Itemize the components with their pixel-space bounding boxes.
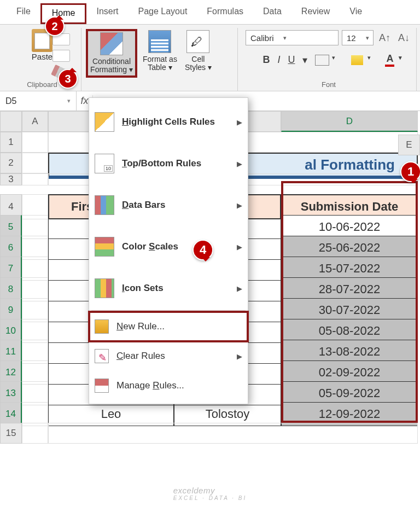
row-15[interactable]: 15 — [0, 423, 22, 444]
cell-A2[interactable] — [22, 153, 48, 173]
clipboard-mini-buttons — [52, 33, 70, 62]
highlight-cells-icon — [95, 112, 114, 132]
cs-label2: Styles ▾ — [185, 63, 212, 72]
chevron-right-icon: ▶ — [237, 201, 242, 210]
font-name-combo[interactable]: Calibri — [246, 30, 339, 45]
clipboard-label: Clipboard — [27, 79, 57, 91]
callout-2: 2 — [45, 16, 65, 36]
color-scales-icon — [95, 237, 114, 257]
chevron-right-icon: ▶ — [237, 243, 242, 251]
bold-button[interactable]: B — [262, 54, 270, 66]
clear-rules-icon — [95, 349, 109, 363]
font-group-label: Font — [246, 79, 412, 91]
cell-A1[interactable] — [22, 132, 48, 153]
format-as-table-button[interactable]: Format as Table ▾ — [141, 29, 179, 73]
chevron-right-icon: ▶ — [237, 160, 242, 168]
data-bars-icon — [95, 195, 114, 215]
callout-4: 4 — [192, 240, 213, 260]
new-rule-icon — [95, 319, 109, 334]
tab-formulas[interactable]: Formulas — [197, 3, 253, 24]
select-all-corner[interactable] — [0, 111, 22, 132]
fill-color-button[interactable] — [351, 55, 363, 65]
increase-font-icon[interactable]: A↑ — [377, 32, 393, 44]
cell-styles-button[interactable]: Cell Styles ▾ — [183, 29, 214, 73]
cf-label2: Formatting ▾ — [90, 66, 133, 74]
underline-button[interactable]: U — [288, 54, 295, 66]
manage-rules-item[interactable]: Manage Rules... — [89, 371, 248, 400]
cell-B15[interactable] — [48, 423, 418, 444]
italic-button[interactable]: I — [277, 54, 280, 66]
tab-data[interactable]: Data — [253, 3, 291, 24]
copy-icon[interactable] — [52, 50, 70, 62]
format-as-table-icon — [148, 30, 171, 53]
watermark: exceldemy EXCEL · DATA · BI — [173, 486, 247, 501]
tab-review[interactable]: Review — [291, 3, 340, 24]
row-2[interactable]: 2 — [0, 153, 22, 173]
fat-label2: Table ▾ — [148, 63, 172, 72]
tab-view[interactable]: Vie — [340, 3, 372, 24]
tab-pagelayout[interactable]: Page Layout — [128, 3, 197, 24]
callout-1: 1 — [400, 161, 420, 182]
cell-A15[interactable] — [22, 423, 48, 444]
icon-sets-item[interactable]: Icon Sets ▶ — [89, 267, 248, 309]
manage-rules-icon — [95, 379, 109, 393]
data-bars-item[interactable]: Data Bars ▶ — [89, 184, 248, 226]
font-size-combo[interactable]: 12 — [342, 30, 374, 45]
chevron-right-icon: ▶ — [237, 284, 242, 293]
chevron-right-icon: ▶ — [237, 118, 242, 126]
font-color-button[interactable]: A — [385, 53, 394, 67]
conditional-formatting-dropdown: Highlight Cells Rules ▶ Top/Bottom Rules… — [89, 97, 248, 404]
decrease-font-icon[interactable]: A↓ — [396, 32, 412, 44]
highlight-cells-rules-item[interactable]: Highlight Cells Rules ▶ — [89, 101, 248, 143]
tab-file[interactable]: File — [7, 3, 40, 24]
group-styles: Conditional Formatting ▾ Format as Table… — [81, 28, 238, 91]
group-font: Calibri 12 A↑ A↓ B I U ▾ A Font — [238, 28, 417, 91]
icon-sets-icon — [95, 278, 114, 298]
borders-button[interactable] — [315, 55, 329, 66]
col-D[interactable]: D — [281, 111, 418, 132]
paste-label: Paste — [32, 52, 52, 61]
top-bottom-icon — [95, 154, 114, 173]
clear-rules-item[interactable]: Clear Rules ▶ — [89, 341, 248, 371]
conditional-formatting-button[interactable]: Conditional Formatting ▾ — [86, 29, 137, 78]
name-box[interactable]: D5 — [0, 91, 77, 110]
col-E[interactable]: E — [398, 135, 420, 155]
col-A[interactable]: A — [22, 111, 48, 132]
cs-label1: Cell — [191, 55, 205, 63]
chevron-right-icon: ▶ — [237, 352, 242, 360]
row-3[interactable]: 3 — [0, 173, 22, 185]
color-scales-item[interactable]: Color Scales ▶ — [89, 226, 248, 267]
fat-label1: Format as — [143, 55, 177, 63]
conditional-formatting-icon — [100, 32, 123, 55]
new-rule-item[interactable]: New Rule... — [89, 312, 248, 341]
cell-styles-icon — [186, 30, 209, 53]
callout-3: 3 — [58, 69, 78, 89]
row-1[interactable]: 1 — [0, 132, 22, 153]
cell-A3[interactable] — [22, 173, 48, 185]
tab-insert[interactable]: Insert — [86, 3, 128, 24]
cf-label1: Conditional — [92, 57, 131, 66]
top-bottom-rules-item[interactable]: Top/Bottom Rules ▶ — [89, 143, 248, 184]
